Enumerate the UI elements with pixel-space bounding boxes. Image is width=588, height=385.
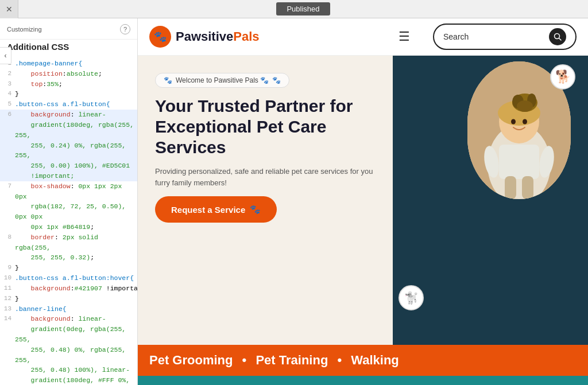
hero-content: 🐾 Welcome to Pawsitive Pals 🐾 🐾 Your Tru… <box>138 56 393 345</box>
code-line: 4 } <box>0 89 137 99</box>
left-panel: ‹ Customizing ? Additional CSS 1 .homepa… <box>0 18 138 385</box>
site-header: 🐾 PawsitivePals ☰ Search <box>138 18 588 56</box>
service-2: Pet Training <box>256 353 328 367</box>
code-line: 1 .homepage-banner{ <box>0 59 137 69</box>
published-button[interactable]: Published <box>276 2 330 15</box>
code-line: 14 background: linear- gradient(0deg, rg… <box>0 314 137 385</box>
panel-header: Customizing ? <box>0 18 137 40</box>
logo-icon: 🐾 <box>149 26 171 48</box>
svg-point-9 <box>517 100 533 112</box>
search-bar[interactable]: Search <box>433 24 577 50</box>
logo-area: 🐾 PawsitivePals <box>149 26 399 48</box>
top-bar: ✕ Published <box>0 0 588 18</box>
walking-dog-badge: 🐩 <box>399 285 424 310</box>
back-icon: ‹ <box>5 52 7 60</box>
badge-paw: 🐾 <box>164 76 172 84</box>
welcome-badge: 🐾 Welcome to Pawsitive Pals 🐾 🐾 <box>155 73 289 88</box>
code-line: 2 position:absolute; <box>0 69 137 79</box>
services-ticker: Pet Grooming • Pet Training • Walking <box>138 345 588 376</box>
code-line: 9 } <box>0 263 137 273</box>
help-button[interactable]: ? <box>120 24 130 34</box>
website-preview: 🐾 PawsitivePals ☰ Search <box>138 18 588 385</box>
logo-pawsitive: Pawsitive <box>176 29 233 44</box>
code-line: 13 .banner-line{ <box>0 304 137 314</box>
walking-dog-icon: 🐩 <box>404 291 419 305</box>
service-3: Walking <box>351 353 399 367</box>
code-line: 8 border: 2px solid rgba(255, 255, 255, … <box>0 232 137 263</box>
badge-paw2: 🐾 <box>272 76 281 84</box>
cta-button[interactable]: Request a Service 🐾 <box>155 196 277 223</box>
hero-wrapper: 🐾 Welcome to Pawsitive Pals 🐾 🐾 Your Tru… <box>138 56 588 385</box>
dog-icon: 🐕 <box>555 69 571 84</box>
paw-icon: 🐾 <box>154 30 167 43</box>
svg-line-1 <box>559 38 562 41</box>
hero-image-area: 🐕 <box>393 56 588 345</box>
hero-section: 🐾 Welcome to Pawsitive Pals 🐾 🐾 Your Tru… <box>138 56 588 345</box>
customizing-label: Customizing <box>7 26 42 33</box>
ticker-content: Pet Grooming • Pet Training • Walking <box>149 353 577 368</box>
svg-point-16 <box>523 119 527 125</box>
close-button[interactable]: ✕ <box>0 0 18 18</box>
svg-rect-13 <box>505 176 516 199</box>
search-text: Search <box>443 32 544 41</box>
cta-paw-icon: 🐾 <box>250 204 261 215</box>
service-1: Pet Grooming <box>149 353 233 367</box>
hero-subtitle: Providing personalized, safe and reliabl… <box>155 166 376 188</box>
logo-pals: Pals <box>233 29 259 44</box>
ticker-dot-2: • <box>337 353 342 367</box>
cta-label: Request a Service <box>171 205 245 215</box>
ticker-dot-1: • <box>242 353 247 367</box>
svg-rect-14 <box>522 176 533 199</box>
code-line: 10 .button-css a.fl-button:hover{ <box>0 273 137 283</box>
svg-point-15 <box>511 119 516 125</box>
logo-text: PawsitivePals <box>176 29 260 44</box>
dog-badge: 🐕 <box>550 64 575 90</box>
code-line: 7 box-shadow: 0px 1px 2px 0px rgba(182, … <box>0 181 137 232</box>
teal-bar <box>138 376 588 385</box>
hero-title: Your Trusted Partner for Exceptional Pet… <box>155 96 376 158</box>
close-icon: ✕ <box>6 5 13 14</box>
welcome-text: Welcome to Pawsitive Pals 🐾 <box>176 76 269 84</box>
panel-title: Additional CSS <box>0 40 137 56</box>
svg-rect-10 <box>499 145 539 179</box>
code-line: 11 background:#421907 !important; <box>0 283 137 294</box>
search-icon[interactable] <box>549 28 566 45</box>
hamburger-menu[interactable]: ☰ <box>399 29 410 44</box>
css-code-editor[interactable]: 1 .homepage-banner{ 2 position:absolute;… <box>0 56 137 385</box>
code-line: 6 background: linear- gradient(180deg, r… <box>0 110 137 181</box>
code-line: 5 .button-css a.fl-button{ <box>0 99 137 110</box>
main-layout: ‹ Customizing ? Additional CSS 1 .homepa… <box>0 18 588 385</box>
code-line: 3 top:35%; <box>0 79 137 90</box>
code-line: 12 } <box>0 294 137 304</box>
back-arrow-button[interactable]: ‹ <box>0 47 11 64</box>
